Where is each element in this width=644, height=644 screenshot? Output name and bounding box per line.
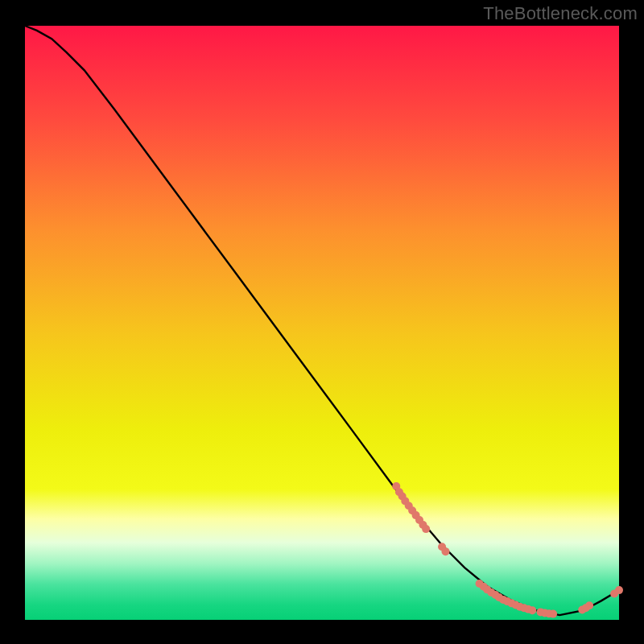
data-point [528, 606, 536, 614]
bottleneck-chart [0, 0, 644, 644]
chart-container: TheBottleneck.com [0, 0, 644, 644]
data-point [422, 525, 430, 533]
plot-background [25, 26, 619, 620]
data-point [615, 586, 623, 594]
data-point [585, 601, 593, 609]
data-point [442, 547, 450, 555]
data-point [549, 610, 557, 618]
watermark-text: TheBottleneck.com [483, 3, 638, 24]
